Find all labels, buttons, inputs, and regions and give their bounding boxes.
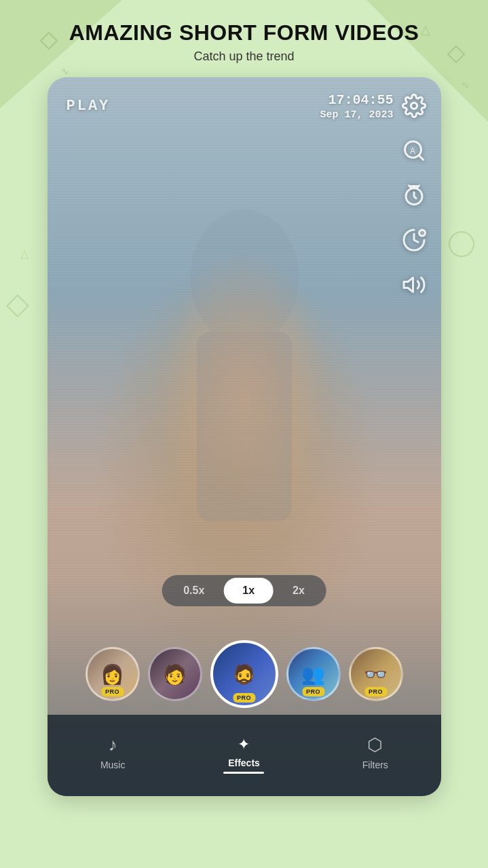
caption-button[interactable]: A: [399, 136, 429, 165]
filter-thumb-1[interactable]: 👩 PRO: [86, 647, 140, 701]
timestamp-time: 17:04:55: [320, 92, 393, 108]
video-area: PLAY 17:04:55 Sep 17, 2023 A: [48, 77, 441, 796]
filter-face-2: 🧑: [150, 649, 200, 699]
tab-effects[interactable]: ✦ Effects: [179, 736, 309, 768]
filter-pro-badge-5: PRO: [364, 687, 387, 696]
svg-text:△: △: [20, 248, 29, 260]
svg-point-7: [449, 232, 474, 256]
filter-pro-badge-3: PRO: [233, 693, 255, 703]
svg-rect-11: [197, 332, 292, 521]
timer-button[interactable]: [399, 180, 429, 210]
svg-text:∿: ∿: [462, 79, 470, 90]
tab-active-indicator: [223, 772, 264, 774]
timestamp-date: Sep 17, 2023: [320, 109, 393, 121]
filter-row: 👩 PRO 🧑 🧔 PRO 👥 PRO 👓 PRO: [48, 640, 441, 708]
page-subtitle: Catch up the trend: [14, 50, 474, 64]
svg-marker-22: [404, 278, 413, 292]
settings-button[interactable]: [399, 91, 429, 121]
svg-line-19: [409, 186, 411, 188]
speed-05x-button[interactable]: 0.5x: [164, 578, 223, 604]
filter-pro-badge-1: PRO: [101, 687, 124, 696]
tab-bar: ♪ Music ✦ Effects ⬡ Filters: [48, 715, 441, 796]
filter-pro-badge-4: PRO: [302, 687, 324, 696]
music-icon: ♪: [109, 734, 117, 755]
filter-thumb-5[interactable]: 👓 PRO: [349, 647, 403, 701]
play-label: PLAY: [67, 98, 111, 115]
effects-icon: ✦: [238, 736, 250, 753]
svg-text:A: A: [410, 146, 415, 156]
timestamp: 17:04:55 Sep 17, 2023: [320, 92, 393, 121]
speed-2x-button[interactable]: 2x: [274, 578, 324, 604]
svg-point-12: [411, 103, 417, 109]
speed-1x-button[interactable]: 1x: [223, 578, 274, 604]
filter-thumb-2[interactable]: 🧑: [148, 647, 202, 701]
filters-icon: ⬡: [367, 734, 383, 755]
tab-filters-label: Filters: [362, 760, 388, 770]
svg-line-14: [418, 155, 423, 160]
speed-button[interactable]: [399, 225, 429, 255]
svg-point-21: [419, 230, 425, 236]
svg-line-20: [417, 186, 419, 188]
tab-music-label: Music: [100, 760, 126, 770]
sound-button[interactable]: [399, 270, 429, 300]
page-title: AMAZING SHORT FORM VIDEOS: [14, 20, 474, 45]
tab-filters[interactable]: ⬡ Filters: [309, 734, 440, 770]
right-icons-panel: A: [399, 91, 429, 300]
filter-thumb-3[interactable]: 🧔 PRO: [210, 640, 278, 708]
tab-effects-label: Effects: [228, 757, 260, 768]
svg-rect-9: [7, 295, 28, 316]
tab-music[interactable]: ♪ Music: [48, 734, 179, 770]
phone-frame: PLAY 17:04:55 Sep 17, 2023 A: [48, 77, 441, 796]
svg-point-10: [190, 210, 299, 345]
filter-thumb-4[interactable]: 👥 PRO: [286, 647, 341, 701]
header: AMAZING SHORT FORM VIDEOS Catch up the t…: [0, 0, 488, 77]
speed-controls: 0.5x 1x 2x: [162, 575, 326, 606]
